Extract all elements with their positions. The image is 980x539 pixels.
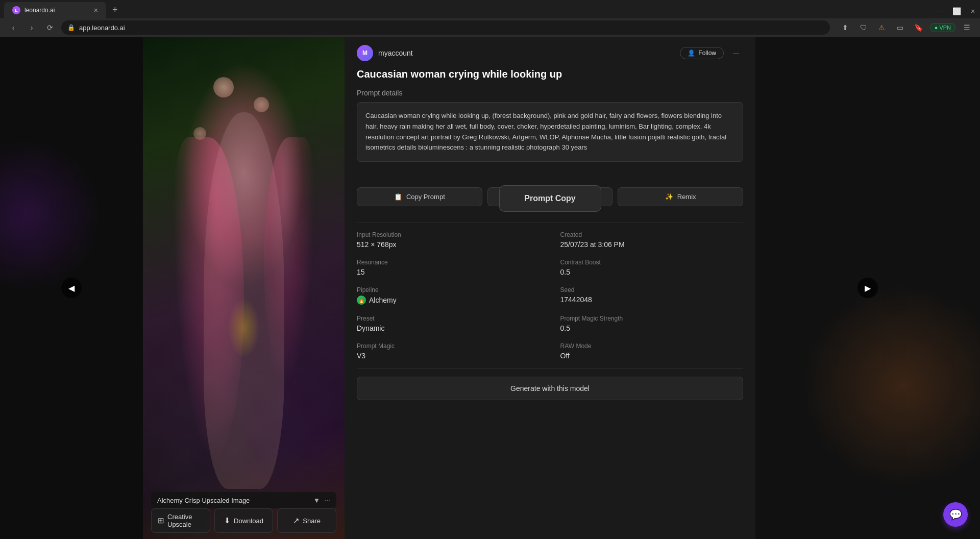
remix-label: Remix: [677, 193, 696, 201]
image-actions: ⊞ Creative Upscale ⬇ Download ↗ Share: [151, 508, 336, 533]
panel-top: M myaccount 👤 Follow ··· Caucasian woman…: [345, 37, 755, 223]
alert-icon[interactable]: ⚠: [875, 20, 889, 35]
image-title: Caucasian woman crying while looking up: [357, 67, 743, 81]
download-icon: ⬇: [224, 516, 231, 525]
generate-model-label: Generate with this model: [510, 384, 590, 393]
resonance-value: 15: [357, 268, 540, 276]
created-value: 25/07/23 at 3:06 PM: [560, 240, 744, 249]
meta-prompt-magic: Prompt Magic V3: [357, 342, 540, 360]
tab-favicon: L: [12, 6, 20, 14]
copy-prompt-button[interactable]: 📋 Copy Prompt: [357, 187, 482, 206]
prev-image-button[interactable]: ◀: [61, 278, 82, 298]
pipeline-value: Alchemy: [369, 296, 397, 304]
next-image-button[interactable]: ▶: [857, 278, 878, 298]
image-label: Alchemy Crisp Upscaled Image ▼ ···: [151, 492, 336, 508]
follow-icon: 👤: [688, 50, 695, 57]
input-resolution-value: 512 × 768px: [357, 240, 540, 249]
forward-button[interactable]: ›: [24, 20, 39, 35]
remix-button[interactable]: ✨ Remix: [618, 187, 743, 206]
address-bar[interactable]: 🔒 app.leonardo.ai: [61, 20, 830, 35]
prompt-details-label: Prompt details: [357, 89, 743, 97]
left-area: ◀: [0, 37, 143, 539]
download-button[interactable]: ⬇ Download: [214, 508, 274, 533]
minimize-button[interactable]: —: [933, 4, 947, 18]
user-name: myaccount: [378, 49, 413, 57]
bg-glow-right: [801, 284, 980, 488]
tab-title: leonardo.ai: [24, 7, 55, 14]
generate-model-button[interactable]: Generate with this model: [357, 377, 743, 400]
maximize-button[interactable]: ⬜: [949, 4, 964, 18]
user-avatar: M: [357, 45, 373, 61]
remix-icon: ✨: [665, 193, 673, 201]
creative-upscale-label: Creative Upscale: [167, 513, 204, 528]
tab-bar: L leonardo.ai × + — ⬜ ×: [0, 0, 980, 18]
prompt-magic-strength-label: Prompt Magic Strength: [560, 315, 744, 322]
contrast-boost-label: Contrast Boost: [560, 259, 744, 266]
tab-close-button[interactable]: ×: [94, 6, 98, 14]
share-label: Share: [303, 517, 321, 525]
chat-bubble-button[interactable]: 💬: [943, 502, 968, 527]
image-label-text: Alchemy Crisp Upscaled Image: [157, 497, 309, 504]
bokeh-2: [143, 37, 345, 539]
input-resolution-label: Input Resolution: [357, 231, 540, 238]
seed-label: Seed: [560, 286, 744, 293]
address-text: app.leonardo.ai: [79, 24, 125, 32]
preset-value: Dynamic: [357, 324, 540, 332]
creative-upscale-button[interactable]: ⊞ Creative Upscale: [151, 508, 210, 533]
meta-input-resolution: Input Resolution 512 × 768px: [357, 231, 540, 249]
prompt-magic-value: V3: [357, 352, 540, 360]
prompt-box: Caucasian woman crying while looking up,…: [357, 102, 743, 162]
nav-bar: ‹ › ⟳ 🔒 app.leonardo.ai ⬆ 🛡 ⚠ ▭ 🔖 ● VPN …: [0, 18, 980, 37]
user-row: M myaccount 👤 Follow ···: [357, 45, 743, 61]
meta-created: Created 25/07/23 at 3:06 PM: [560, 231, 744, 249]
prompt-magic-strength-value: 0.5: [560, 324, 744, 332]
raw-mode-label: RAW Mode: [560, 342, 744, 350]
divider-2: [357, 368, 743, 369]
back-button[interactable]: ‹: [6, 20, 20, 35]
share-icon[interactable]: ⬆: [838, 20, 852, 35]
share-button[interactable]: ↗ Share: [277, 508, 336, 533]
meta-raw-mode: RAW Mode Off: [560, 342, 744, 360]
new-tab-button[interactable]: +: [106, 2, 124, 18]
menu-icon[interactable]: ☰: [960, 20, 974, 35]
active-tab[interactable]: L leonardo.ai ×: [4, 2, 106, 18]
vpn-badge[interactable]: ● VPN: [930, 23, 955, 32]
pipeline-label: Pipeline: [357, 286, 540, 293]
right-panel: M myaccount 👤 Follow ··· Caucasian woman…: [345, 37, 755, 539]
main-content: ◀ Alchemy Crisp Upscaled Image ▼: [0, 37, 980, 539]
shield-icon[interactable]: 🛡: [856, 20, 871, 35]
far-right-area: ▶: [755, 37, 980, 539]
alchemy-icon: 🔥: [357, 296, 366, 305]
meta-contrast-boost: Contrast Boost 0.5: [560, 259, 744, 276]
more-options-button[interactable]: ···: [729, 46, 743, 60]
seed-value: 17442048: [560, 296, 744, 304]
copy-prompt-label: Copy Prompt: [406, 193, 445, 201]
close-button[interactable]: ×: [966, 4, 980, 18]
image-label-dropdown[interactable]: ▼: [313, 496, 320, 504]
resonance-label: Resonance: [357, 259, 540, 266]
bookmarks-icon[interactable]: 🔖: [912, 20, 926, 35]
popup-title: Prompt Copy: [524, 194, 575, 203]
chat-icon: 💬: [949, 508, 962, 521]
share-icon: ↗: [293, 516, 300, 525]
preset-label: Preset: [357, 315, 540, 322]
creative-upscale-icon: ⊞: [158, 516, 164, 525]
raw-mode-value: Off: [560, 352, 744, 360]
reload-button[interactable]: ⟳: [43, 20, 57, 35]
follow-button[interactable]: 👤 Follow: [680, 47, 724, 59]
prompt-magic-label: Prompt Magic: [357, 342, 540, 350]
contrast-boost-value: 0.5: [560, 268, 744, 276]
nav-right-icons: ⬆ 🛡 ⚠ ▭ 🔖 ● VPN ☰: [838, 20, 974, 35]
meta-seed: Seed 17442048: [560, 286, 744, 305]
browser-chrome: L leonardo.ai × + — ⬜ × ‹ › ⟳ 🔒 app.leon…: [0, 0, 980, 37]
copy-prompt-icon: 📋: [394, 193, 402, 201]
meta-pipeline: Pipeline 🔥 Alchemy: [357, 286, 540, 305]
meta-preset: Preset Dynamic: [357, 315, 540, 332]
image-label-more[interactable]: ···: [324, 496, 330, 504]
alchemy-badge: 🔥 Alchemy: [357, 296, 540, 305]
lock-icon: 🔒: [67, 24, 75, 31]
sidebar-icon[interactable]: ▭: [893, 20, 908, 35]
metadata-grid: Input Resolution 512 × 768px Created 25/…: [345, 223, 755, 368]
prompt-copy-popup: Prompt Copy: [499, 185, 601, 212]
meta-prompt-magic-strength: Prompt Magic Strength 0.5: [560, 315, 744, 332]
